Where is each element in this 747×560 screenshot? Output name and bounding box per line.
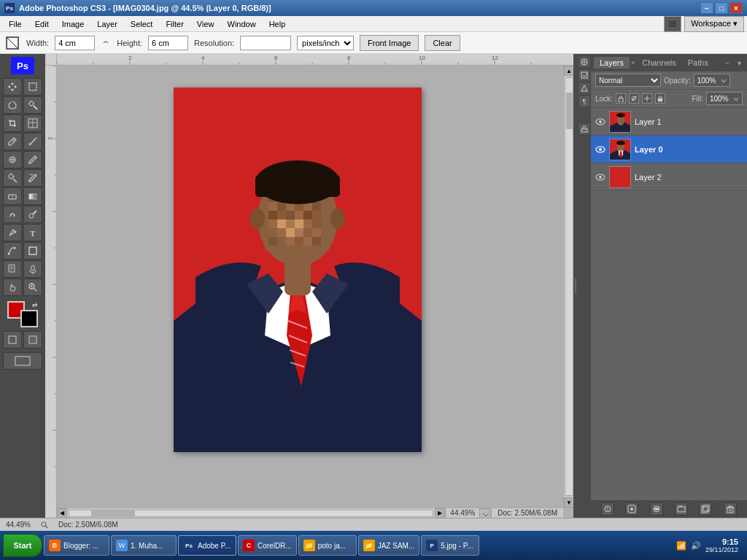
new-layer-btn[interactable] bbox=[699, 502, 712, 516]
background-color[interactable] bbox=[20, 310, 38, 327]
shape-tool[interactable] bbox=[23, 242, 42, 260]
group-layers-btn[interactable] bbox=[675, 502, 688, 516]
add-mask-btn[interactable] bbox=[625, 502, 638, 516]
layer-item-1[interactable]: Layer 1 bbox=[591, 108, 747, 136]
measure-tool[interactable] bbox=[23, 133, 42, 150]
taskbar-blogger[interactable]: B Blogger: ... bbox=[44, 535, 109, 556]
fill-tool[interactable] bbox=[23, 187, 42, 205]
opacity-field[interactable]: 100% bbox=[694, 74, 730, 87]
blur-tool[interactable] bbox=[3, 206, 22, 223]
delete-layer-btn[interactable] bbox=[724, 502, 737, 516]
taskbar-5jpg[interactable]: P 5.jpg - P... bbox=[421, 535, 479, 556]
zoom-tool[interactable] bbox=[23, 279, 42, 296]
layer-item-0[interactable]: Layer 0 bbox=[591, 136, 747, 163]
pen-tool[interactable] bbox=[3, 224, 22, 241]
fill-field[interactable]: 100% bbox=[706, 92, 743, 105]
width-input[interactable] bbox=[55, 36, 95, 50]
menu-layer[interactable]: Layer bbox=[91, 18, 123, 30]
move-tool[interactable] bbox=[3, 78, 22, 96]
brush-tool[interactable] bbox=[23, 151, 42, 168]
lasso-tool[interactable] bbox=[3, 96, 22, 114]
minimize-button[interactable]: − bbox=[700, 2, 713, 14]
swap-colors-icon[interactable]: ⇄ bbox=[32, 301, 38, 308]
scroll-track-h[interactable] bbox=[69, 510, 433, 517]
menu-edit[interactable]: Edit bbox=[29, 18, 55, 30]
clear-button[interactable]: Clear bbox=[425, 35, 460, 51]
text-tool[interactable]: T bbox=[23, 224, 42, 241]
scroll-up-button[interactable]: ▲ bbox=[564, 66, 573, 76]
layer-0-eye[interactable] bbox=[595, 144, 605, 155]
menu-file[interactable]: File bbox=[3, 18, 28, 30]
taskbar-muha[interactable]: W 1. Muha... bbox=[111, 535, 177, 556]
marquee-tool[interactable] bbox=[23, 78, 42, 96]
panel-menu-btn[interactable]: ▾ bbox=[734, 58, 744, 68]
dodge-tool[interactable] bbox=[23, 206, 42, 223]
layer-1-eye[interactable] bbox=[595, 117, 605, 127]
screen-mode-btn[interactable] bbox=[3, 352, 42, 370]
scroll-down-button[interactable]: ▼ bbox=[564, 497, 573, 508]
mini-icon-5[interactable] bbox=[579, 124, 589, 134]
layers-tab-close[interactable]: × bbox=[631, 59, 635, 66]
mini-icon-1[interactable] bbox=[579, 57, 589, 67]
crop-tool[interactable] bbox=[3, 114, 22, 132]
menu-view[interactable]: View bbox=[191, 18, 220, 30]
heal-tool[interactable] bbox=[3, 151, 22, 168]
scroll-thumb-h[interactable] bbox=[91, 510, 135, 516]
scroll-right-button[interactable]: ▶ bbox=[435, 508, 445, 518]
resolution-input[interactable] bbox=[240, 36, 291, 50]
magic-wand-tool[interactable] bbox=[23, 96, 42, 114]
maximize-button[interactable]: □ bbox=[715, 2, 728, 14]
layer-2-eye[interactable] bbox=[595, 172, 605, 182]
eraser-tool[interactable] bbox=[3, 187, 22, 205]
layer-styles-btn[interactable] bbox=[601, 502, 614, 516]
mini-icon-4[interactable]: ¶ bbox=[579, 96, 589, 106]
zoom-indicator-btn[interactable] bbox=[39, 520, 50, 530]
tab-layers[interactable]: Layers bbox=[594, 57, 630, 69]
tab-paths[interactable]: Paths bbox=[682, 57, 714, 69]
workspace-icon[interactable] bbox=[664, 16, 681, 32]
menu-select[interactable]: Select bbox=[125, 18, 159, 30]
screen-mode-toggle[interactable] bbox=[3, 352, 42, 370]
taskbar-jaz[interactable]: 📁 JAZ SAM... bbox=[358, 535, 420, 556]
resolution-unit-select[interactable]: pixels/inch bbox=[297, 36, 354, 50]
menu-help[interactable]: Help bbox=[263, 18, 292, 30]
close-button[interactable]: × bbox=[729, 2, 743, 14]
zoom-menu-btn[interactable] bbox=[479, 508, 491, 518]
adjustment-layer-btn[interactable] bbox=[650, 502, 663, 516]
start-button[interactable]: Start bbox=[3, 534, 42, 557]
panel-minimize-btn[interactable]: − bbox=[722, 58, 732, 68]
blend-mode-select[interactable]: Normal bbox=[595, 74, 661, 87]
mini-icon-2[interactable] bbox=[579, 70, 589, 80]
taskbar-poto[interactable]: 📁 poto ja... bbox=[298, 535, 357, 556]
height-input[interactable] bbox=[148, 36, 188, 50]
taskbar-corel[interactable]: C CorelDR... bbox=[238, 535, 297, 556]
front-image-button[interactable]: Front Image bbox=[360, 35, 419, 51]
scroll-thumb-v[interactable] bbox=[566, 93, 573, 129]
audio-annotation-tool[interactable] bbox=[23, 260, 42, 278]
layer-item-2[interactable]: Layer 2 bbox=[591, 163, 747, 191]
horizontal-scrollbar[interactable]: ◀ ▶ 44.49% Doc: 2.50M/6.08M bbox=[57, 508, 563, 518]
lock-pixels-btn[interactable] bbox=[629, 93, 639, 104]
notes-tool[interactable] bbox=[3, 260, 22, 278]
history-brush-tool[interactable] bbox=[23, 169, 42, 187]
menu-filter[interactable]: Filter bbox=[160, 18, 189, 30]
eyedropper-tool[interactable] bbox=[3, 133, 22, 150]
scroll-left-button[interactable]: ◀ bbox=[57, 508, 67, 518]
menu-image[interactable]: Image bbox=[56, 18, 90, 30]
mini-icon-3[interactable] bbox=[579, 83, 589, 93]
lock-all-btn[interactable] bbox=[655, 93, 665, 104]
workspace-button[interactable]: Workspace ▾ bbox=[684, 16, 744, 32]
hand-tool[interactable] bbox=[3, 279, 22, 296]
path-select-tool[interactable] bbox=[3, 242, 22, 260]
lock-transparent-btn[interactable] bbox=[616, 93, 626, 104]
vertical-scrollbar[interactable]: ▲ ▼ bbox=[563, 66, 573, 508]
scroll-track-v[interactable] bbox=[565, 77, 573, 496]
menu-window[interactable]: Window bbox=[222, 18, 262, 30]
lock-position-btn[interactable] bbox=[642, 93, 652, 104]
standard-mode[interactable] bbox=[3, 331, 22, 349]
clone-tool[interactable] bbox=[3, 169, 22, 187]
taskbar-adobe-ps[interactable]: Ps Adobe P... bbox=[178, 535, 236, 556]
tab-channels[interactable]: Channels bbox=[636, 57, 681, 69]
slice-tool[interactable] bbox=[23, 114, 42, 132]
quick-mask-mode[interactable] bbox=[23, 331, 42, 349]
